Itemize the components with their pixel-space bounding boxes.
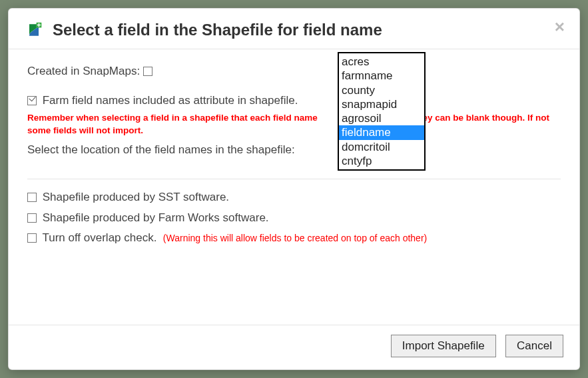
field-option-agrosoil[interactable]: agrosoil — [339, 111, 424, 125]
overlap-warning: (Warning this will allow fields to be cr… — [163, 233, 427, 243]
field-option-farmname[interactable]: farmname — [339, 69, 424, 83]
farm-field-names-label: Farm field names included as attribute i… — [43, 94, 298, 107]
dialog-body: Created in SnapMaps: Farm field names in… — [9, 49, 579, 325]
farmworks-label: Shapefile produced by Farm Works softwar… — [43, 211, 269, 224]
dialog-header: Select a field in the Shapefile for fiel… — [9, 9, 579, 49]
app-icon — [25, 21, 43, 39]
created-in-snapmaps-row: Created in SnapMaps: — [27, 63, 561, 80]
farmworks-row: Shapefile produced by Farm Works softwar… — [27, 209, 561, 227]
farm-field-names-row: Farm field names included as attribute i… — [27, 92, 561, 109]
dialog-title: Select a field in the Shapefile for fiel… — [53, 21, 382, 39]
field-option-cntyfp[interactable]: cntyfp — [339, 154, 424, 168]
created-in-snapmaps-checkbox[interactable] — [143, 67, 152, 76]
overlap-checkbox[interactable] — [27, 233, 37, 243]
select-location-row: Select the location of the field names i… — [27, 141, 561, 159]
sst-checkbox[interactable] — [27, 193, 37, 202]
field-option-acres[interactable]: acres — [339, 55, 424, 69]
unique-name-warning: Remember when selecting a field in a sha… — [27, 111, 561, 137]
field-option-fieldname[interactable]: fieldname — [339, 125, 424, 139]
farm-field-names-checkbox[interactable] — [27, 96, 37, 105]
overlap-label: Turn off overlap check. — [42, 231, 156, 244]
created-in-snapmaps-label: Created in SnapMaps: — [27, 65, 140, 77]
import-shapefile-button[interactable]: Import Shapefile — [391, 335, 496, 357]
dialog-footer: Import Shapefile Cancel — [9, 325, 579, 369]
close-icon[interactable]: × — [555, 18, 565, 35]
app-backdrop: Select a field in the Shapefile for fiel… — [0, 0, 588, 378]
field-option-snapmapid[interactable]: snapmapid — [339, 97, 424, 111]
cancel-button[interactable]: Cancel — [505, 335, 563, 357]
field-option-domcritoil[interactable]: domcritoil — [339, 140, 424, 154]
overlap-row: Turn off overlap check. (Warning this wi… — [27, 229, 561, 247]
farmworks-checkbox[interactable] — [27, 213, 37, 223]
unique-name-warning-part1: Remember when selecting a field in a sha… — [27, 113, 318, 123]
body-divider — [27, 179, 561, 179]
field-name-listbox[interactable]: acresfarmnamecountysnapmapidagrosoilfiel… — [338, 52, 426, 171]
shapefile-field-dialog: Select a field in the Shapefile for fiel… — [8, 8, 580, 370]
field-option-county[interactable]: county — [339, 83, 424, 97]
select-location-label: Select the location of the field names i… — [27, 143, 295, 156]
sst-label: Shapefile produced by SST software. — [43, 191, 229, 203]
sst-row: Shapefile produced by SST software. — [27, 189, 561, 206]
